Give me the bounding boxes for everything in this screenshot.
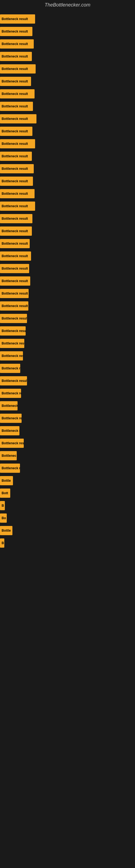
bar-item: Bottleneck result — [0, 52, 32, 61]
bar-label: Bottleneck result — [2, 316, 27, 320]
bar-label: Bottleneck result — [2, 267, 28, 271]
bar-item: Bottleneck result — [0, 314, 27, 323]
bar-label: Bottleneck result — [2, 55, 28, 58]
bar-item: Bottleneck result — [0, 177, 33, 186]
bar-item: Bott — [0, 489, 10, 498]
bar-row: Bottleneck result — [0, 162, 135, 175]
bar-row: Bottleneck result — [0, 250, 135, 262]
bar-label: Bottle — [2, 529, 11, 532]
bar-row: Bottleneck result — [0, 38, 135, 50]
bar-item: Bottleneck result — [0, 376, 27, 385]
bar-row: Bottleneck re — [0, 412, 135, 425]
bar-item: Bottleneck re — [0, 389, 21, 398]
bar-label: Bottleneck result — [2, 354, 23, 358]
bar-row: Bottleneck result — [0, 325, 135, 337]
bar-item: Bottleneck result — [0, 127, 32, 136]
bar-label: Bottleneck result — [2, 279, 28, 283]
bar-row: Bottleneck resu — [0, 437, 135, 450]
bar-row: Bottleneck result — [0, 175, 135, 187]
bar-label: Bo — [2, 516, 6, 520]
bar-item: Bottleneck result — [0, 239, 30, 248]
bar-label: Bottleneck result — [2, 217, 28, 220]
bar-item: Bottleneck result — [0, 264, 29, 273]
bar-row: Bott — [0, 487, 135, 499]
bar-label: Bottleneck result — [2, 92, 28, 96]
bar-row: Bottleneck result — [0, 13, 135, 25]
bar-label: Bottleneck result — [2, 329, 26, 333]
bar-row: Bottleneck result — [0, 212, 135, 225]
bar-item: Bottleneck result — [0, 326, 26, 336]
bar-label: Bottleneck result — [2, 204, 28, 208]
bar-item: Bottlenec — [0, 451, 17, 460]
bar-item: Bottleneck — [0, 401, 17, 410]
bar-label: Bottle — [2, 479, 11, 483]
bar-item: B — [0, 538, 4, 548]
bar-item: Bottleneck result — [0, 14, 35, 24]
bar-row: Bottleneck r — [0, 425, 135, 437]
bar-item: Bottle — [0, 476, 13, 485]
bar-item: Bo — [0, 514, 7, 523]
bar-item: Bottleneck result — [0, 202, 35, 211]
bar-item: Bottleneck re — [0, 414, 21, 423]
bar-item: Bottleneck result — [0, 351, 23, 361]
bar-item: Bottleneck result — [0, 276, 30, 286]
bar-label: Bottleneck result — [2, 117, 28, 121]
bar-item: Bottle — [0, 526, 12, 535]
bar-row: Bottleneck result — [0, 50, 135, 63]
bar-row: Bottleneck result — [0, 88, 135, 100]
bar-item: Bottleneck result — [0, 39, 34, 49]
bar-label: Bottleneck result — [2, 30, 28, 33]
bar-item: Bottleneck result — [0, 189, 35, 198]
bar-row: Bottlenec — [0, 450, 135, 462]
bar-label: Bottleneck re — [2, 392, 21, 395]
bar-row: Bottle — [0, 524, 135, 537]
bar-label: Bottleneck result — [2, 242, 28, 246]
bar-label: Bottleneck result — [2, 192, 28, 195]
bar-label: Bottleneck result — [2, 254, 28, 258]
bar-row: Bottleneck result — [0, 100, 135, 113]
bar-item: Bottleneck result — [0, 77, 31, 86]
bar-row: Bottleneck — [0, 400, 135, 412]
bar-row: Bottleneck result — [0, 275, 135, 287]
bar-label: Bottleneck r — [2, 466, 20, 470]
bar-label: Bott — [2, 491, 8, 495]
bar-item: Bottleneck result — [0, 289, 29, 298]
bar-label: Bottleneck r — [2, 367, 20, 370]
bar-label: Bottleneck result — [2, 80, 28, 83]
bar-row: Bo — [0, 512, 135, 524]
bar-row: Bottleneck result — [0, 63, 135, 75]
bar-row: Bottleneck result — [0, 25, 135, 38]
bar-label: Bottleneck result — [2, 167, 28, 170]
bars-container: Bottleneck resultBottleneck resultBottle… — [0, 10, 135, 868]
bar-row: Bottleneck result — [0, 350, 135, 362]
bar-item: Bottleneck r — [0, 364, 20, 373]
bar-item: Bottleneck result — [0, 27, 32, 36]
bar-item: Bottleneck result — [0, 251, 31, 261]
bar-item: Bottleneck r — [0, 426, 19, 435]
bar-item: Bottleneck result — [0, 339, 24, 348]
bar-item: Bottleneck result — [0, 114, 37, 123]
bar-label: Bottleneck resu — [2, 441, 24, 445]
bar-row: Bottleneck r — [0, 462, 135, 474]
bar-label: Bottleneck result — [2, 42, 28, 46]
bar-label: B — [2, 541, 4, 545]
bar-row: Bottleneck result — [0, 312, 135, 325]
bar-label: Bottleneck result — [2, 341, 24, 345]
bar-row: Bottleneck re — [0, 387, 135, 400]
bar-item: Bottleneck result — [0, 226, 32, 236]
bar-item: Bottleneck result — [0, 102, 33, 111]
bar-label: Bottleneck r — [2, 429, 19, 433]
bar-item: B — [0, 501, 5, 510]
bar-label: B — [2, 504, 4, 507]
bar-item: Bottleneck result — [0, 301, 28, 311]
bar-label: Bottleneck result — [2, 304, 28, 308]
bar-label: Bottlenec — [2, 454, 16, 458]
bar-row: Bottleneck r — [0, 362, 135, 375]
bar-item: Bottleneck result — [0, 89, 35, 98]
bar-label: Bottleneck result — [2, 104, 28, 108]
bar-label: Bottleneck result — [2, 229, 28, 233]
bar-row: Bottleneck result — [0, 225, 135, 237]
bar-label: Bottleneck result — [2, 379, 27, 383]
bar-item: Bottleneck result — [0, 139, 35, 148]
bar-label: Bottleneck result — [2, 142, 28, 146]
